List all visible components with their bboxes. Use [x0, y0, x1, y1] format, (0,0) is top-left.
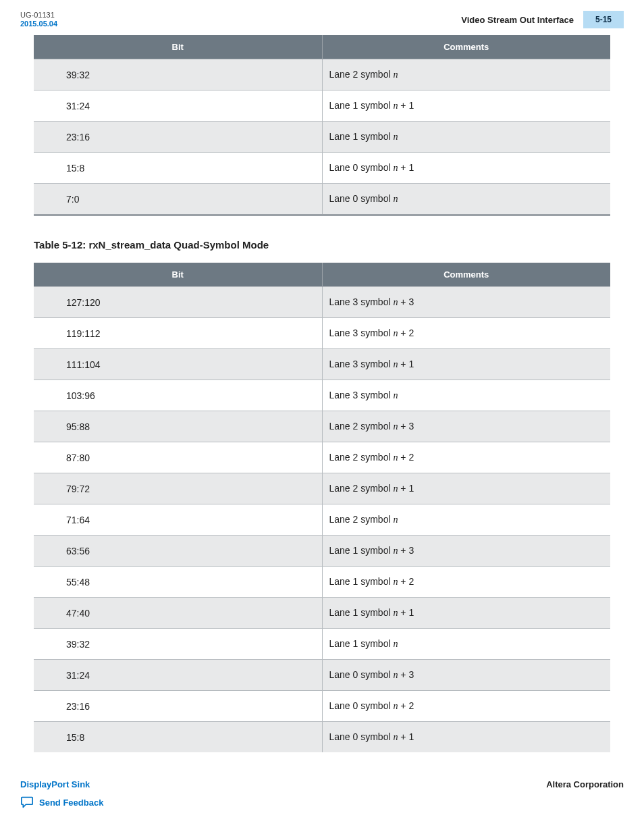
bit-cell: 23:16: [34, 122, 322, 153]
comment-cell: Lane 2 symbol n: [322, 504, 610, 536]
table-quad-symbol: Bit Comments 127:120Lane 3 symbol n + 31…: [34, 263, 610, 752]
bit-cell: 127:120: [34, 287, 322, 318]
table-row: 95:88Lane 2 symbol n + 3: [34, 411, 610, 442]
table-row: 79:72Lane 2 symbol n + 1: [34, 473, 610, 504]
table-row: 31:24Lane 0 symbol n + 3: [34, 660, 610, 691]
bit-cell: 79:72: [34, 473, 322, 504]
bit-cell: 119:112: [34, 318, 322, 349]
comment-cell: Lane 2 symbol n + 2: [322, 442, 610, 473]
bit-cell: 23:16: [34, 691, 322, 722]
table-row: 15:8Lane 0 symbol n + 1: [34, 153, 610, 184]
table-dual-symbol: Bit Comments 39:32Lane 2 symbol n31:24La…: [34, 35, 610, 216]
table-header-row: Bit Comments: [34, 35, 610, 59]
table-row: 55:48Lane 1 symbol n + 2: [34, 567, 610, 598]
page-number-badge: 5-15: [583, 11, 624, 28]
table-row: 71:64Lane 2 symbol n: [34, 504, 610, 536]
bit-cell: 87:80: [34, 442, 322, 473]
comment-cell: Lane 0 symbol n + 3: [322, 660, 610, 691]
header-right: Video Stream Out Interface 5-15: [461, 11, 624, 28]
table-header-row: Bit Comments: [34, 263, 610, 287]
table-row: 87:80Lane 2 symbol n + 2: [34, 442, 610, 473]
comment-cell: Lane 2 symbol n + 1: [322, 473, 610, 504]
bit-cell: 39:32: [34, 59, 322, 90]
bit-cell: 15:8: [34, 722, 322, 753]
col-header-bit: Bit: [34, 35, 322, 59]
comment-cell: Lane 3 symbol n + 1: [322, 349, 610, 380]
page-content: Bit Comments 39:32Lane 2 symbol n31:24La…: [0, 35, 644, 773]
table-row: 39:32Lane 2 symbol n: [34, 59, 610, 90]
doc-id: UG-01131: [20, 11, 57, 20]
comment-cell: Lane 0 symbol n + 1: [322, 153, 610, 184]
comment-cell: Lane 1 symbol n: [322, 122, 610, 153]
bit-cell: 31:24: [34, 90, 322, 122]
send-feedback-link[interactable]: Send Feedback: [20, 796, 103, 808]
comment-cell: Lane 0 symbol n: [322, 184, 610, 215]
page-footer: DisplayPort Sink Send Feedback Altera Co…: [0, 773, 644, 822]
comment-cell: Lane 2 symbol n: [322, 59, 610, 90]
comment-cell: Lane 2 symbol n + 3: [322, 411, 610, 442]
bit-cell: 31:24: [34, 660, 322, 691]
comment-cell: Lane 1 symbol n + 1: [322, 598, 610, 629]
bit-cell: 111:104: [34, 349, 322, 380]
bit-cell: 15:8: [34, 153, 322, 184]
comment-cell: Lane 0 symbol n + 2: [322, 691, 610, 722]
table-caption: Table 5-12: rxN_stream_data Quad-Symbol …: [34, 239, 610, 251]
comment-cell: Lane 1 symbol n + 2: [322, 567, 610, 598]
col-header-comments: Comments: [322, 263, 610, 287]
send-feedback-label: Send Feedback: [39, 798, 103, 808]
footer-left: DisplayPort Sink Send Feedback: [20, 779, 103, 808]
displayport-sink-link[interactable]: DisplayPort Sink: [20, 779, 103, 789]
table-row: 119:112Lane 3 symbol n + 2: [34, 318, 610, 349]
comment-cell: Lane 1 symbol n: [322, 629, 610, 660]
table-row: 47:40Lane 1 symbol n + 1: [34, 598, 610, 629]
comment-cell: Lane 3 symbol n: [322, 380, 610, 411]
bit-cell: 39:32: [34, 629, 322, 660]
bit-cell: 71:64: [34, 504, 322, 536]
table-row: 23:16Lane 1 symbol n: [34, 122, 610, 153]
comment-cell: Lane 0 symbol n + 1: [322, 722, 610, 753]
table-row: 127:120Lane 3 symbol n + 3: [34, 287, 610, 318]
col-header-comments: Comments: [322, 35, 610, 59]
comment-cell: Lane 3 symbol n + 3: [322, 287, 610, 318]
bit-cell: 55:48: [34, 567, 322, 598]
table-row: 31:24Lane 1 symbol n + 1: [34, 90, 610, 122]
comment-cell: Lane 1 symbol n + 3: [322, 536, 610, 567]
bit-cell: 95:88: [34, 411, 322, 442]
comment-cell: Lane 3 symbol n + 2: [322, 318, 610, 349]
table-row: 7:0Lane 0 symbol n: [34, 184, 610, 215]
bit-cell: 47:40: [34, 598, 322, 629]
bit-cell: 7:0: [34, 184, 322, 215]
corporation-name: Altera Corporation: [546, 779, 624, 789]
section-title: Video Stream Out Interface: [461, 15, 583, 25]
col-header-bit: Bit: [34, 263, 322, 287]
table-row: 63:56Lane 1 symbol n + 3: [34, 536, 610, 567]
table-row: 111:104Lane 3 symbol n + 1: [34, 349, 610, 380]
doc-id-block: UG-01131 2015.05.04: [20, 11, 57, 28]
table-row: 39:32Lane 1 symbol n: [34, 629, 610, 660]
bit-cell: 63:56: [34, 536, 322, 567]
bit-cell: 103:96: [34, 380, 322, 411]
table-row: 15:8Lane 0 symbol n + 1: [34, 722, 610, 753]
comment-cell: Lane 1 symbol n + 1: [322, 90, 610, 122]
page-header: UG-01131 2015.05.04 Video Stream Out Int…: [0, 0, 644, 35]
table-row: 103:96Lane 3 symbol n: [34, 380, 610, 411]
speech-bubble-icon: [20, 796, 34, 808]
doc-date: 2015.05.04: [20, 20, 57, 28]
table-row: 23:16Lane 0 symbol n + 2: [34, 691, 610, 722]
